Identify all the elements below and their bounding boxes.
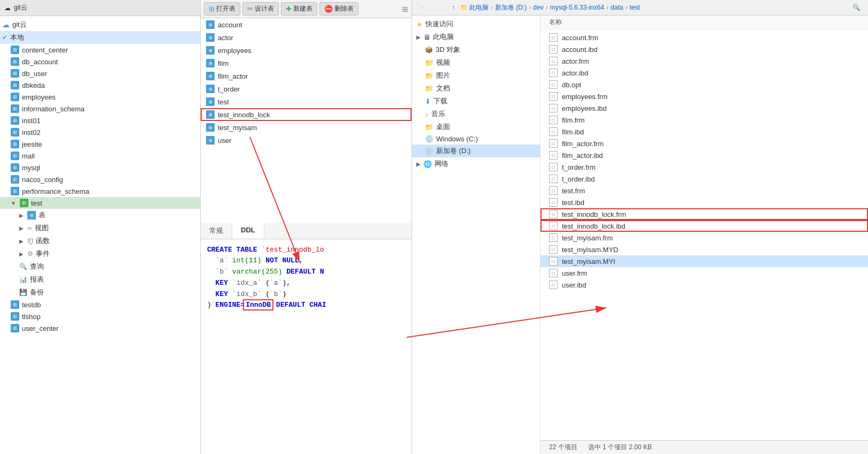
table-item-film_actor[interactable]: ⊞ film_actor (201, 70, 412, 82)
sidebar-item-testdb[interactable]: ⊞ testdb (0, 299, 200, 311)
sidebar-item-employees[interactable]: ⊞ employees (0, 91, 200, 103)
sidebar-item-mysql[interactable]: ⊞ mysql (0, 162, 200, 173)
db-icon: ⊞ (11, 81, 19, 89)
file-item-test_myisam-MYD[interactable]: □ test_myisam.MYD (540, 244, 868, 255)
path-computer[interactable]: 此电脑 (469, 3, 489, 12)
sidebar-item-git[interactable]: ☁ git云 (0, 18, 200, 31)
tab-ddl[interactable]: DDL (232, 223, 264, 239)
item-label: 事件 (36, 249, 50, 259)
sidebar-item-views[interactable]: ▶ ∞ 视图 (0, 222, 200, 234)
sidebar-item-inst01[interactable]: ⊞ inst01 (0, 115, 200, 126)
sidebar-item-user_center[interactable]: ⊞ user_center (0, 322, 200, 334)
table-item-account[interactable]: ⊞ account (201, 18, 412, 31)
folder-item-quickaccess[interactable]: ★ 快速访问 (412, 18, 540, 31)
file-item-employees-ibd[interactable]: □ employees.ibd (540, 102, 868, 114)
file-item-actor-frm[interactable]: □ actor.frm (540, 55, 868, 67)
file-item-film-ibd[interactable]: □ film.ibd (540, 126, 868, 138)
explorer-body: ★ 快速访问 ▶ 🖥 此电脑 📦 3D 对象 📁 视频 📁 图片 📁 (412, 16, 868, 454)
table-item-test[interactable]: ⊞ test (201, 95, 412, 108)
path-test[interactable]: test (629, 4, 639, 11)
file-item-test-ibd[interactable]: □ test.ibd (540, 196, 868, 208)
table-item-actor[interactable]: ⊞ actor (201, 31, 412, 44)
folder-item-music[interactable]: ♪ 音乐 (412, 108, 540, 120)
folder-item-video[interactable]: 📁 视频 (412, 56, 540, 69)
table-name: test_myisam (218, 124, 257, 132)
file-item-user-frm[interactable]: □ user.frm (540, 267, 868, 279)
file-item-film-frm[interactable]: □ film.frm (540, 114, 868, 126)
folder-item-pictures[interactable]: 📁 图片 (412, 69, 540, 82)
file-item-t_order-frm[interactable]: □ t_order.frm (540, 161, 868, 173)
file-item-t_order-ibd[interactable]: □ t_order.ibd (540, 173, 868, 185)
folder-item-cdrive[interactable]: 💿 Windows (C:) (412, 133, 540, 145)
folder-item-network[interactable]: ▶ 🌐 网络 (412, 157, 540, 170)
folder-label: 图片 (436, 71, 450, 80)
file-name: user.ibd (562, 281, 587, 289)
folder-item-downloads[interactable]: ⬇ 下载 (412, 95, 540, 108)
sidebar-item-reports[interactable]: 📊 报表 (0, 273, 200, 286)
table-item-t_order[interactable]: ⊞ t_order (201, 82, 412, 95)
sidebar-item-db_account[interactable]: ⊞ db_account (0, 56, 200, 67)
table-item-film[interactable]: ⊞ film (201, 57, 412, 70)
file-item-account-frm[interactable]: □ account.frm (540, 32, 868, 43)
folder-item-3d[interactable]: 📦 3D 对象 (412, 43, 540, 56)
folder-item-ddrive[interactable]: 💿 新加卷 (D:) (412, 145, 540, 157)
sidebar-item-events[interactable]: ▶ ⚙ 事件 (0, 247, 200, 260)
table-list: ⊞ account ⊞ actor ⊞ employees ⊞ film ⊞ f… (201, 18, 412, 223)
db-icon: ⊞ (11, 69, 19, 78)
file-item-test_innodb_lock-frm[interactable]: □ test_innodb_lock.frm (540, 208, 868, 220)
sidebar-item-local[interactable]: ✔ 本地 (0, 31, 200, 44)
path-dev[interactable]: dev (533, 4, 543, 11)
sidebar-item-jeesite[interactable]: ⊞ jeesite (0, 138, 200, 150)
table-item-user[interactable]: ⊞ user (201, 134, 412, 147)
sidebar-item-dbkeda[interactable]: ⊞ dbkeda (0, 79, 200, 91)
open-table-button[interactable]: ⊞ 打开表 (204, 2, 240, 16)
sidebar-item-mall[interactable]: ⊞ mall (0, 150, 200, 162)
table-item-test_myisam[interactable]: ⊞ test_myisam (201, 121, 412, 134)
file-item-user-ibd[interactable]: □ user.ibd (540, 279, 868, 291)
sidebar-item-funcs[interactable]: ▶ f() 函数 (0, 234, 200, 247)
sidebar-item-nacos_config[interactable]: ⊞ nacos_config (0, 173, 200, 185)
sidebar-item-performance_schema[interactable]: ⊞ performance_schema (0, 185, 200, 197)
file-item-film_actor-frm[interactable]: □ film_actor.frm (540, 138, 868, 149)
path-mysql[interactable]: mysql-5.6.33-inx64 (550, 4, 604, 11)
file-item-test-frm[interactable]: □ test.frm (540, 185, 868, 196)
sidebar-item-db_user[interactable]: ⊞ db_user (0, 67, 200, 79)
path-data[interactable]: data (611, 4, 623, 11)
file-item-film_actor-ibd[interactable]: □ film_actor.ibd (540, 149, 868, 161)
path-d-drive[interactable]: 新加卷 (D:) (495, 3, 527, 12)
delete-table-button[interactable]: ⛔ 删除表 (319, 2, 359, 16)
sidebar-item-information_schema[interactable]: ⊞ information_schema (0, 103, 200, 115)
tab-regular[interactable]: 常规 (201, 223, 232, 239)
file-item-test_innodb_lock-ibd[interactable]: □ test_innodb_lock.ibd (540, 220, 868, 232)
design-table-button[interactable]: ✏ 设计表 (242, 2, 279, 16)
table-item-employees[interactable]: ⊞ employees (201, 44, 412, 57)
folder-icon: 📁 (460, 4, 468, 11)
folder-item-thispc[interactable]: ▶ 🖥 此电脑 (412, 31, 540, 43)
refresh-button[interactable]: 🔍 (849, 3, 864, 12)
forward-button[interactable]: → (432, 2, 446, 13)
sidebar-item-test[interactable]: ▼ ⊞ test (0, 197, 200, 209)
table-item-test_innodb_lock[interactable]: ⊞ test_innodb_lock (201, 108, 412, 121)
file-item-test_myisam-MYI[interactable]: □ test_myisam.MYI (540, 255, 868, 267)
new-label: 新建表 (293, 4, 313, 13)
sidebar-item-queries[interactable]: 🔍 查询 (0, 260, 200, 273)
sidebar-item-tables[interactable]: ▶ ⊞ 表 (0, 209, 200, 222)
file-icon: □ (549, 281, 558, 289)
new-table-button[interactable]: ✚ 新建表 (281, 2, 317, 16)
file-item-test_myisam-frm[interactable]: □ test_myisam.frm (540, 232, 868, 244)
file-item-db-opt[interactable]: □ db.opt (540, 79, 868, 90)
file-item-employees-frm[interactable]: □ employees.frm (540, 90, 868, 102)
arrow-right-icon: ▶ (19, 225, 24, 231)
sidebar-item-tlshop[interactable]: ⊞ tlshop (0, 311, 200, 322)
back-button[interactable]: ← (416, 2, 430, 13)
folder-item-documents[interactable]: 📁 文档 (412, 82, 540, 95)
file-icon: □ (549, 104, 558, 112)
item-label: 视图 (35, 223, 49, 233)
sidebar-item-inst02[interactable]: ⊞ inst02 (0, 126, 200, 138)
file-item-account-ibd[interactable]: □ account.ibd (540, 43, 868, 55)
sidebar-item-backups[interactable]: 💾 备份 (0, 286, 200, 299)
file-item-actor-ibd[interactable]: □ actor.ibd (540, 67, 868, 79)
sidebar-item-content_center[interactable]: ⊞ content_center (0, 44, 200, 56)
folder-item-desktop[interactable]: 📁 桌面 (412, 120, 540, 133)
up-button[interactable]: ↑ (448, 3, 458, 12)
